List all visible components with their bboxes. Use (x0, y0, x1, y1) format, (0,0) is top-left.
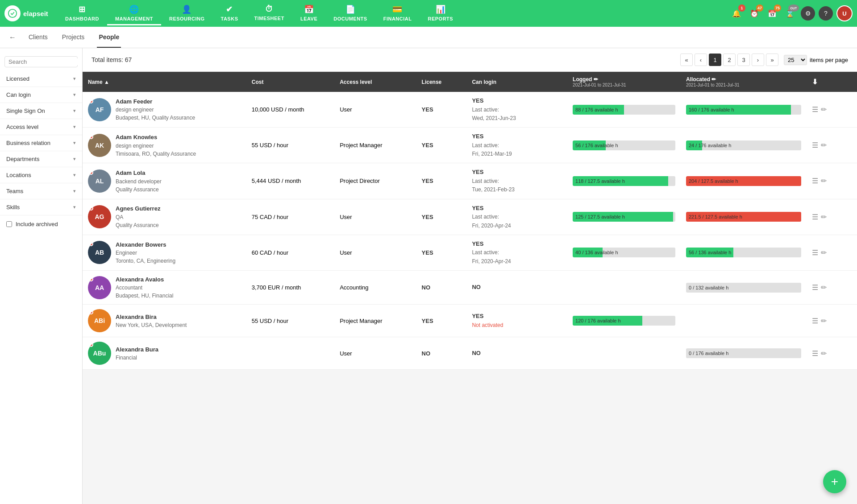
user-avatar-button[interactable]: U (836, 5, 853, 21)
license-badge: YES (422, 214, 433, 220)
edit-icon[interactable]: ✏ (821, 248, 827, 257)
status-dot (89, 277, 93, 281)
col-header-actions: ⬇ (807, 72, 857, 92)
edit-icon[interactable]: ✏ (821, 177, 827, 185)
timer-badge[interactable]: ⏰ 47 (747, 6, 761, 21)
back-button[interactable]: ← (9, 33, 16, 41)
last-active-date: Fri, 2020-Apr-24 (472, 257, 562, 266)
person-license: YES (416, 199, 467, 235)
nav-financial[interactable]: 💳 FINANCIAL (375, 2, 420, 25)
view-details-icon[interactable]: ☰ (812, 105, 818, 114)
person-can-login: NO (466, 337, 567, 370)
tab-projects[interactable]: Projects (60, 27, 87, 48)
filter-business-relation-label: Business relation (6, 140, 50, 146)
calendar-badge[interactable]: 📅 75 (765, 6, 779, 21)
nav-documents[interactable]: 📄 DOCUMENTS (325, 2, 375, 25)
edit-icon[interactable]: ✏ (821, 283, 827, 292)
status-dot (89, 99, 93, 103)
table-header: Name ▲ Cost Access level License Can log… (83, 72, 857, 92)
chevron-down-icon: ▾ (73, 108, 76, 114)
filter-skills[interactable]: Skills ▾ (0, 199, 82, 215)
page-2-button[interactable]: 2 (723, 54, 736, 66)
edit-icon[interactable]: ✏ (821, 105, 827, 114)
person-can-login: YESLast active:Wed, 2021-Jun-23 (466, 92, 567, 128)
settings-button[interactable]: ⚙ (801, 6, 815, 21)
person-role: Engineer (116, 249, 175, 257)
view-details-icon[interactable]: ☰ (812, 349, 818, 358)
edit-icon[interactable]: ✏ (821, 141, 827, 149)
help-button[interactable]: ? (819, 6, 833, 21)
page-next-button[interactable]: › (752, 54, 764, 66)
action-icons: ☰ ✏ (812, 317, 852, 325)
nav-management[interactable]: 🌐 MANAGEMENT (107, 2, 161, 25)
person-location: Quality Assurance (116, 221, 160, 229)
allocated-progress-bar: 56 / 136 available h (686, 248, 801, 257)
page-prev-button[interactable]: ‹ (695, 54, 707, 66)
per-page-select[interactable]: 25 50 100 (784, 55, 807, 65)
page-1-button[interactable]: 1 (709, 54, 721, 66)
filter-can-login[interactable]: Can login ▾ (0, 87, 82, 103)
nav-resourcing[interactable]: 👤 RESOURCING (161, 2, 213, 25)
person-can-login: YESLast active:Tue, 2021-Feb-23 (466, 163, 567, 199)
person-name-cell: AA Alexandra Avalos Accountant Budapest,… (83, 270, 246, 305)
resourcing-icon: 👤 (182, 4, 192, 14)
app-logo[interactable]: elapseit (4, 5, 48, 21)
view-details-icon[interactable]: ☰ (812, 248, 818, 257)
reports-icon: 📊 (436, 4, 446, 14)
filter-teams[interactable]: Teams ▾ (0, 183, 82, 199)
person-role: Backend developer (116, 178, 162, 186)
nav-dashboard[interactable]: ⊞ DASHBOARD (57, 2, 107, 25)
person-info: Adam Lola Backend developer Quality Assu… (116, 169, 162, 194)
search-box[interactable]: 🔍 (4, 56, 78, 67)
person-full-name: Agnes Gutierrez (116, 204, 160, 213)
person-info: Alexander Bowers Engineer Toronto, CA, E… (116, 240, 175, 265)
nav-timesheet[interactable]: ⏱ TIMESHEET (246, 2, 292, 25)
nav-leave[interactable]: 📅 LEAVE (292, 2, 325, 25)
filter-locations[interactable]: Locations ▾ (0, 167, 82, 183)
person-allocated: 221.5 / 127.5 available h (681, 199, 807, 235)
page-3-button[interactable]: 3 (737, 54, 750, 66)
out-badge[interactable]: ⌛ OUT (783, 6, 797, 21)
tab-clients[interactable]: Clients (27, 27, 50, 48)
col-header-name[interactable]: Name ▲ (83, 72, 246, 92)
view-details-icon[interactable]: ☰ (812, 283, 818, 292)
filter-access-level[interactable]: Access level ▾ (0, 119, 82, 135)
notification-bell[interactable]: 🔔 1 (729, 6, 744, 21)
content-header: Total items: 67 « ‹ 1 2 3 › » 25 50 100 … (83, 48, 857, 72)
filter-departments[interactable]: Departments ▾ (0, 151, 82, 167)
person-full-name: Adam Knowles (116, 133, 196, 142)
nav-reports[interactable]: 📊 REPORTS (420, 2, 461, 25)
edit-icon[interactable]: ✏ (821, 349, 827, 358)
edit-icon[interactable]: ✏ (821, 317, 827, 325)
filter-single-sign-on[interactable]: Single Sign On ▾ (0, 103, 82, 119)
download-icon[interactable]: ⬇ (812, 78, 818, 86)
tab-people[interactable]: People (97, 27, 121, 48)
edit-icon[interactable]: ✏ (821, 213, 827, 221)
page-first-button[interactable]: « (680, 54, 693, 66)
view-details-icon[interactable]: ☰ (812, 317, 818, 325)
include-archived[interactable]: Include archived (0, 215, 82, 233)
table-row: AF Adam Feeder design engineer Budapest,… (83, 92, 857, 128)
search-input[interactable] (8, 58, 83, 65)
filter-licensed[interactable]: Licensed ▾ (0, 71, 82, 87)
person-can-login: NO (466, 270, 567, 305)
view-details-icon[interactable]: ☰ (812, 177, 818, 185)
view-details-icon[interactable]: ☰ (812, 213, 818, 221)
nav-tasks[interactable]: ✔ TASKS (213, 2, 246, 25)
person-logged: 56 / 176 available h (567, 128, 681, 163)
filter-licensed-label: Licensed (6, 75, 29, 82)
person-full-name: Alexandra Bura (116, 345, 158, 354)
view-details-icon[interactable]: ☰ (812, 141, 818, 149)
person-avatar: AG (88, 205, 111, 228)
chevron-down-icon: ▾ (73, 172, 76, 178)
last-active-label: Last active: (472, 213, 562, 221)
filter-business-relation[interactable]: Business relation ▾ (0, 135, 82, 151)
include-archived-checkbox[interactable] (6, 221, 12, 227)
page-last-button[interactable]: » (766, 54, 778, 66)
filter-locations-label: Locations (6, 172, 31, 178)
action-icons: ☰ ✏ (812, 248, 852, 257)
add-person-fab[interactable]: + (823, 470, 846, 493)
can-login-badge: YES (472, 168, 562, 177)
nav-documents-label: DOCUMENTS (333, 16, 367, 21)
person-access-level: Accounting (334, 270, 416, 305)
